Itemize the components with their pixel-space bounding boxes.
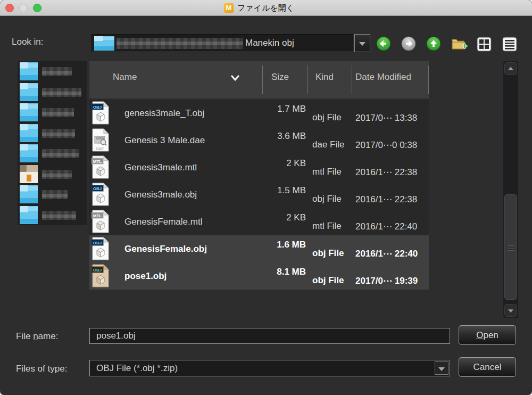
scrollbar-thumb[interactable] bbox=[504, 194, 517, 300]
zoom-window-button[interactable] bbox=[33, 4, 41, 12]
file-size-cell: 2 KB bbox=[262, 212, 306, 223]
column-header-size[interactable]: Size bbox=[262, 61, 307, 98]
open-button[interactable]: Open bbox=[459, 325, 516, 345]
censored-place-label bbox=[42, 129, 75, 138]
sidebar-place-item[interactable] bbox=[18, 205, 87, 226]
grid-view-icon bbox=[477, 37, 492, 52]
folder-icon bbox=[20, 62, 38, 80]
sidebar-place-item[interactable] bbox=[18, 61, 87, 82]
file-name-cell: genesis3male_T.obj bbox=[124, 100, 204, 127]
file-kind-cell: mtl File bbox=[312, 167, 342, 177]
look-in-label: Look in: bbox=[12, 37, 44, 47]
file-name-cell: GenesisFemale.mtl bbox=[124, 208, 202, 235]
file-kind-cell: obj File bbox=[312, 248, 344, 259]
forward-icon bbox=[401, 36, 417, 52]
file-date-cell: 2016/1⋯ 22:40 bbox=[355, 221, 417, 232]
svg-text:OBJ: OBJ bbox=[93, 186, 102, 191]
sidebar-place-item[interactable] bbox=[18, 164, 87, 185]
places-sidebar bbox=[18, 61, 87, 225]
file-type-icon: OBJ bbox=[92, 183, 110, 206]
sidebar-place-item[interactable] bbox=[18, 123, 87, 144]
file-row[interactable]: OBJ genesis3male_T.obj 1.7 MB obj File 2… bbox=[89, 100, 429, 127]
chevron-down-icon bbox=[359, 42, 365, 46]
file-size-cell: 1.5 MB bbox=[262, 185, 306, 196]
file-type-icon: OBJ bbox=[92, 237, 110, 260]
file-row[interactable]: OBJ Genesis3male.obj 1.5 MB obj File 201… bbox=[89, 181, 429, 208]
file-kind-cell: dae File bbox=[312, 139, 344, 150]
scroll-down-button[interactable] bbox=[504, 304, 517, 317]
minimize-window-button[interactable] bbox=[19, 4, 28, 12]
app-icon: M bbox=[224, 3, 234, 13]
file-kind-cell: obj File bbox=[312, 275, 344, 286]
file-date-cell: 2017/0⋯ 19:39 bbox=[355, 275, 418, 286]
file-date-cell: 2016/1⋯ 22:40 bbox=[355, 248, 418, 259]
file-type-icon: MTL bbox=[92, 210, 110, 233]
title-bar: M ファイルを開く bbox=[0, 0, 532, 16]
file-row[interactable]: DAE Genesis 3 Male.dae 3.6 MB dae File 2… bbox=[89, 127, 429, 154]
censored-path-text bbox=[117, 38, 243, 49]
new-folder-button[interactable] bbox=[450, 36, 468, 52]
sidebar-place-item[interactable] bbox=[18, 143, 87, 164]
file-name-cell: Genesis 3 Male.dae bbox=[124, 127, 205, 154]
up-button[interactable] bbox=[426, 36, 442, 52]
file-name-cell: Genesis3male.obj bbox=[124, 181, 197, 208]
detail-view-button[interactable] bbox=[477, 36, 493, 52]
forward-button[interactable] bbox=[401, 36, 417, 52]
back-button[interactable] bbox=[376, 36, 392, 52]
sidebar-place-item[interactable] bbox=[18, 82, 87, 103]
vertical-scrollbar[interactable] bbox=[503, 61, 518, 318]
censored-place-label bbox=[42, 67, 72, 76]
up-arrow-icon bbox=[426, 36, 442, 52]
file-size-cell: 1.7 MB bbox=[262, 104, 306, 114]
file-row[interactable]: MTL Genesis3male.mtl 2 KB mtl File 2016/… bbox=[89, 154, 429, 181]
file-type-icon: MTL bbox=[92, 155, 110, 179]
file-name-label: File name: bbox=[16, 331, 58, 342]
column-header-kind[interactable]: Kind bbox=[307, 61, 352, 98]
censored-place-label bbox=[42, 88, 81, 97]
svg-text:DAE: DAE bbox=[96, 147, 104, 151]
sidebar-place-item[interactable] bbox=[18, 102, 87, 123]
file-size-cell: 3.6 MB bbox=[262, 131, 306, 142]
sidebar-place-item[interactable] bbox=[18, 184, 87, 205]
censored-place-label bbox=[42, 108, 74, 117]
file-row[interactable]: OBJ pose1.obj 8.1 MB obj File 2017/0⋯ 19… bbox=[89, 262, 429, 290]
close-window-button[interactable] bbox=[5, 4, 14, 12]
svg-text:OBJ: OBJ bbox=[93, 105, 102, 110]
file-type-icon: OBJ bbox=[92, 101, 110, 125]
list-view-button[interactable] bbox=[502, 36, 518, 52]
scroll-up-button[interactable] bbox=[504, 62, 517, 75]
file-row[interactable]: OBJ GenesisFemale.obj 1.6 MB obj File 20… bbox=[89, 235, 429, 262]
folder-icon bbox=[20, 144, 38, 162]
files-of-type-value: OBJ File (*.obj *.zip) bbox=[96, 360, 178, 376]
triangle-up-icon bbox=[508, 67, 513, 70]
svg-text:OBJ: OBJ bbox=[93, 241, 102, 245]
file-name-input[interactable] bbox=[89, 328, 450, 344]
current-folder-icon bbox=[94, 36, 114, 51]
window-title: ファイルを開く bbox=[237, 3, 294, 13]
file-type-icon: DAE bbox=[92, 128, 110, 152]
file-date-cell: 2017/0⋯0 0:38 bbox=[355, 139, 417, 151]
svg-text:OBJ: OBJ bbox=[93, 268, 102, 273]
files-of-type-combobox[interactable]: OBJ File (*.obj *.zip) bbox=[89, 360, 450, 376]
current-folder-name: Manekin obj bbox=[245, 35, 294, 52]
file-type-icon: OBJ bbox=[92, 264, 110, 287]
folder-icon bbox=[20, 185, 38, 203]
file-row[interactable]: MTL GenesisFemale.mtl 2 KB mtl File 2016… bbox=[89, 208, 429, 235]
file-date-cell: 2016/1⋯ 22:38 bbox=[355, 194, 417, 205]
censored-place-label bbox=[42, 211, 76, 220]
picture-icon bbox=[20, 165, 38, 183]
file-kind-cell: obj File bbox=[312, 112, 342, 123]
file-name-cell: GenesisFemale.obj bbox=[124, 235, 207, 262]
back-icon bbox=[376, 36, 392, 52]
svg-text:MTL: MTL bbox=[93, 159, 102, 164]
file-list-rows: OBJ genesis3male_T.obj 1.7 MB obj File 2… bbox=[89, 100, 429, 290]
censored-place-label bbox=[42, 190, 68, 199]
files-of-type-dropdown-button[interactable] bbox=[435, 361, 448, 375]
look-in-combobox[interactable]: Manekin obj bbox=[92, 34, 353, 52]
file-name-cell: pose1.obj bbox=[124, 262, 167, 290]
list-view-icon bbox=[502, 37, 517, 52]
cancel-button[interactable]: Cancel bbox=[459, 357, 516, 377]
file-kind-cell: mtl File bbox=[312, 221, 342, 232]
column-header-date-modified[interactable]: Date Modified bbox=[352, 61, 429, 98]
look-in-dropdown-button[interactable] bbox=[354, 34, 370, 52]
